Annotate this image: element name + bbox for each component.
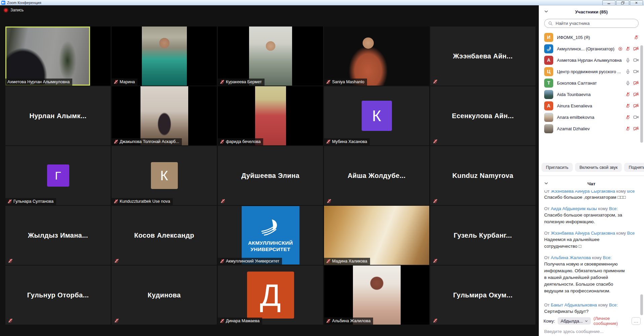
participant-row-center[interactable]: Ц Центр продвижения русского ... — [539, 66, 644, 77]
tile-kudinova[interactable]: Кудинова — [112, 266, 217, 325]
tile-gulnara[interactable]: Г Гульнара Султанова — [5, 146, 111, 205]
chat-compose-bar: Кому: Абдылда... (Личное сообщение) ... — [544, 316, 641, 326]
mic-muted-icon — [8, 258, 13, 263]
tile-aisha[interactable]: Айша Жолдубе... — [324, 146, 429, 205]
tile-kunduz[interactable]: Kunduz Namyrova — [430, 146, 535, 205]
chevron-down-icon[interactable] — [544, 181, 548, 185]
tile-mubina[interactable]: К Мубина Хасанова — [324, 86, 429, 145]
participant-row-akhmetova[interactable]: А Ахметова Нурлан Алымкуловна — [539, 54, 644, 66]
mic-muted-icon — [326, 319, 331, 323]
clipped-message-header: От Жээнбаева Айнура Сыргаковна кому Все: — [544, 190, 635, 194]
participant-row-anara[interactable]: Anara emilbekovna — [539, 111, 644, 123]
tile-kunduzzturatbek[interactable]: К Kunduzzturatbek Use nova — [112, 146, 217, 205]
video-feed — [249, 27, 292, 86]
participant-row-azamat[interactable]: Azamat Dzhaliev — [539, 123, 644, 134]
invite-button[interactable]: Пригласить — [541, 163, 573, 172]
chat-message: От Бакыт Абдыкалыковна кому Все: Сертифи… — [544, 302, 635, 315]
tile-guzel[interactable]: Гузель Курбанг... — [430, 206, 535, 265]
participant-row-bokolova[interactable]: Т Боколова Салтанат — [539, 77, 644, 89]
tile-akhmetova[interactable]: Ахметова Нурлан Алымкуловна — [5, 27, 111, 86]
name-label: Марина — [112, 79, 137, 86]
participant-row-ifomk[interactable]: И ИФОМК_105 (Я) — [539, 32, 644, 43]
tile-zhyldyz[interactable]: Жылдыз Имана... — [5, 206, 111, 265]
cam-off-icon — [633, 46, 639, 51]
university-logo: АКМУЛЛИНСКИЙ УНИВЕРСИТЕТ — [242, 206, 299, 265]
participant-row-aida[interactable]: Aida Tounbaevna — [539, 89, 644, 100]
mic-on-icon — [626, 58, 630, 62]
cam-off-icon — [633, 81, 639, 85]
participant-name: Нурлан Алымк... — [5, 86, 111, 145]
mic-muted-icon — [433, 318, 438, 323]
close-button[interactable]: ✕ — [630, 0, 643, 5]
more-options-button[interactable]: ... — [632, 317, 641, 325]
tile-saniya[interactable]: Saniya Mashanlo — [324, 27, 429, 86]
window-titlebar: Zoom Конференция — [0, 0, 644, 5]
unmute-button[interactable]: Включить свой звук — [575, 163, 622, 172]
tile-zheenbaeva[interactable]: Жээнбаева Айн... — [430, 27, 535, 86]
tile-dinara[interactable]: Д Динара Мамаева — [218, 266, 323, 325]
chat-message-input[interactable] — [544, 329, 642, 334]
video-feed — [353, 266, 401, 325]
participant-name: Жылдыз Имана... — [5, 206, 111, 265]
private-message-label: (Личное сообщение) — [594, 316, 629, 326]
participant-name: Косов Александр — [112, 206, 217, 265]
tile-kosov[interactable]: Косов Александр — [112, 206, 217, 265]
window-title: Zoom Конференция — [7, 1, 41, 5]
restore-button[interactable] — [616, 0, 629, 5]
tile-gulnur[interactable]: Гульнур Оторба... — [5, 266, 111, 325]
chat-title: Чат — [588, 181, 596, 186]
tile-madina[interactable]: Мадина Халикова — [324, 206, 429, 265]
cam-on-icon — [633, 58, 639, 62]
search-input[interactable] — [555, 20, 635, 26]
tile-dzhakypova[interactable]: Джакыпова Толгонай Аскарб... — [112, 86, 217, 145]
chat-message: От Альбина Жалилова кому Все: Получила н… — [544, 254, 635, 294]
name-label: Динара Мамаева — [218, 318, 262, 325]
mic-muted-icon — [326, 139, 331, 144]
tile-kurakeeva[interactable]: Куракеева Бермет — [218, 27, 323, 86]
chevron-down-icon[interactable] — [544, 9, 548, 13]
chevron-down-icon — [585, 320, 588, 323]
rec-icon — [618, 47, 622, 51]
mic-muted-icon — [114, 139, 118, 144]
participant-list: И ИФОМК_105 (Я) Акмуллинск... (Организат… — [539, 32, 644, 134]
recipient-select[interactable]: Абдылда... — [558, 317, 591, 325]
participant-name: Гульнур Оторба... — [5, 266, 111, 325]
window-controls: ✕ — [602, 0, 643, 5]
mic-muted-icon — [220, 319, 225, 323]
name-label: Альбина Жалилова — [324, 318, 373, 325]
tile-esenkulova[interactable]: Есенкулова Айн... — [430, 86, 535, 145]
tile-farida[interactable]: фарида бечелова — [218, 86, 323, 145]
mic-muted-icon — [327, 199, 331, 203]
recording-dot-icon — [4, 9, 7, 12]
tile-nurlan[interactable]: Нурлан Алымк... — [5, 86, 111, 145]
participant-search[interactable] — [544, 19, 639, 28]
side-panel: Участники (85) И ИФОМК_105 (Я) Акмуллинс… — [539, 5, 644, 336]
avatar — [544, 44, 553, 53]
name-label: Акмуллинский Университет — [218, 258, 282, 265]
cam-on-icon — [633, 69, 639, 74]
video-feed — [140, 86, 188, 145]
participant-row-ainura[interactable]: A Ainura Esenalieva — [539, 100, 644, 111]
tile-gulmira[interactable]: Гульмира Окум... — [430, 266, 535, 325]
avatar: И — [544, 33, 553, 42]
participants-scrollbar[interactable] — [640, 45, 643, 143]
participant-row-organizer[interactable]: Акмуллинск... (Организатор) — [539, 43, 644, 54]
name-label: Джакыпова Толгонай Аскарб... — [112, 138, 182, 145]
tile-albina[interactable]: Альбина Жалилова — [324, 266, 429, 325]
university-logo-icon — [258, 218, 283, 237]
tile-marina[interactable]: Марина — [112, 27, 217, 86]
minimize-button[interactable] — [602, 0, 615, 5]
name-label: Ахметова Нурлан Алымкуловна — [5, 79, 72, 86]
recipient-label: Кому: — [544, 319, 555, 324]
chat-log[interactable]: От Жээнбаева Айнура Сыргаковна кому Все:… — [544, 190, 635, 315]
participant-name: Гульмира Окум... — [430, 266, 535, 325]
mic-on-icon — [626, 69, 630, 74]
mic-muted-icon — [220, 80, 225, 84]
cam-off-icon — [633, 126, 639, 131]
chat-scrollbar[interactable] — [640, 294, 643, 315]
raise-hand-button[interactable]: Поднять руку — [624, 163, 644, 172]
tile-duysheeva[interactable]: Дуйшеева Элина — [218, 146, 323, 205]
recording-indicator[interactable]: Запись — [4, 8, 24, 12]
tile-university[interactable]: АКМУЛЛИНСКИЙ УНИВЕРСИТЕТ Акмуллинский Ун… — [218, 206, 323, 265]
name-label: Saniya Mashanlo — [324, 79, 367, 86]
